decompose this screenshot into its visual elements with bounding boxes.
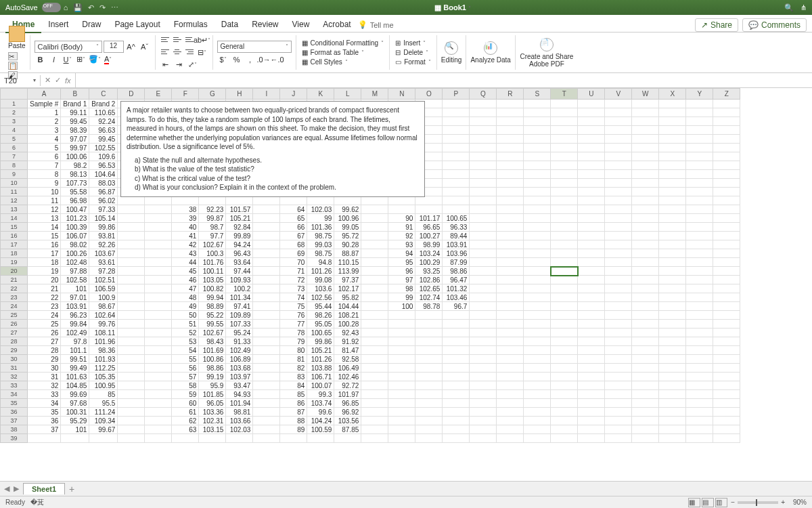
tab-review[interactable]: Review (245, 17, 285, 33)
wrap-text-button[interactable]: ab↵˅ (196, 35, 208, 46)
analyze-icon: 📊 (484, 41, 497, 55)
tab-data[interactable]: Data (215, 17, 245, 33)
increase-decimal-icon[interactable]: .0→ (258, 54, 270, 65)
tell-me[interactable]: 💡Tell me (358, 20, 394, 29)
cancel-icon[interactable]: ✕ (45, 76, 51, 85)
normal-view-icon[interactable]: ▦ (688, 498, 700, 507)
share-icon[interactable]: ⋔ (800, 3, 807, 12)
tab-view[interactable]: View (286, 17, 317, 33)
cs-icon: ▦ (302, 58, 308, 66)
currency-button[interactable]: $˅ (217, 54, 229, 65)
format-cells-button[interactable]: ▭Format˅ (394, 58, 432, 66)
formula-bar[interactable] (75, 73, 812, 87)
bold-button[interactable]: B (35, 54, 47, 65)
number-format-select[interactable]: General˅ (217, 41, 292, 53)
cut-icon[interactable]: ✂ (8, 52, 18, 60)
decrease-indent-icon[interactable]: ⇤ (160, 60, 172, 70)
font-size-select[interactable]: 12 (104, 41, 124, 53)
problem-description: A major retailer wants to choose between… (120, 101, 425, 197)
align-middle-icon[interactable] (172, 35, 183, 45)
doc-title: Book1 (443, 3, 466, 12)
name-box[interactable]: T20▾ (0, 75, 41, 86)
percent-button[interactable]: % (231, 54, 243, 65)
align-top-icon[interactable] (160, 35, 171, 45)
sheet-tab[interactable]: Sheet1 (23, 483, 65, 494)
tab-formulas[interactable]: Formulas (167, 17, 215, 33)
font-color-button[interactable]: A˅ (102, 54, 114, 65)
sheet-next-icon[interactable]: ▶ (14, 484, 19, 493)
accessibility-icon[interactable]: �萁 (30, 498, 44, 507)
zoom-out-button[interactable]: − (731, 499, 735, 506)
underline-button[interactable]: U˅ (62, 54, 74, 65)
delete-cells-button[interactable]: ⊟Delete˅ (394, 48, 432, 57)
sheet-prev-icon[interactable]: ◀ (4, 484, 9, 493)
conditional-formatting-button[interactable]: ▦Conditional Formatting˅ (300, 39, 386, 47)
font-name-select[interactable]: Calibri (Body)˅ (35, 41, 102, 53)
tab-page-layout[interactable]: Page Layout (108, 17, 166, 33)
italic-button[interactable]: I (48, 54, 60, 65)
adobe-button[interactable]: 📄Create and Share Adobe PDF (516, 35, 578, 70)
autosave-label: AutoSave (5, 3, 38, 12)
save-icon[interactable]: 💾 (73, 3, 83, 12)
merge-button[interactable]: ⊟˅ (196, 47, 208, 58)
page-break-view-icon[interactable]: ▥ (715, 498, 727, 507)
more-icon[interactable]: ⋯ (111, 3, 118, 12)
cell-styles-button[interactable]: ▦Cell Styles˅ (300, 58, 386, 66)
fill-color-button[interactable]: 🪣˅ (89, 54, 101, 65)
search-icon[interactable]: 🔍 (784, 3, 794, 12)
comment-icon: 💬 (748, 20, 759, 30)
align-center-icon[interactable] (172, 47, 183, 57)
cf-icon: ▦ (302, 39, 308, 47)
editing-group[interactable]: 🔍Editing (437, 35, 467, 70)
zoom-level[interactable]: 90% (793, 499, 807, 506)
copy-icon[interactable]: 📋 (8, 62, 18, 70)
autosave-toggle[interactable] (42, 3, 61, 12)
border-button[interactable]: ⊞˅ (75, 54, 87, 65)
analyze-button[interactable]: 📊Analyze Data (466, 35, 515, 70)
status-ready: Ready (5, 499, 25, 506)
share-button[interactable]: ↗Share (695, 18, 738, 32)
align-left-icon[interactable] (160, 47, 171, 57)
insert-icon: ⊞ (395, 39, 401, 47)
format-icon: ▭ (395, 58, 401, 66)
increase-font-icon[interactable]: A^ (125, 41, 137, 52)
fx-icon[interactable]: fx (65, 77, 71, 85)
zoom-slider[interactable] (738, 501, 778, 504)
format-as-table-button[interactable]: ▦Format as Table˅ (300, 48, 386, 57)
tab-draw[interactable]: Draw (75, 17, 108, 33)
comma-button[interactable]: , (244, 54, 256, 65)
decrease-decimal-icon[interactable]: ←.0 (271, 54, 284, 65)
bulb-icon: 💡 (358, 20, 367, 29)
decrease-font-icon[interactable]: Aˇ (139, 41, 151, 52)
redo-icon[interactable]: ↷ (99, 3, 106, 12)
excel-icon: ▦ (434, 3, 443, 12)
find-icon: 🔍 (445, 41, 458, 55)
fat-icon: ▦ (302, 49, 308, 56)
insert-cells-button[interactable]: ⊞Insert˅ (394, 39, 432, 47)
page-layout-view-icon[interactable]: ▤ (702, 498, 714, 507)
comments-button[interactable]: 💬Comments (742, 18, 807, 32)
share2-icon: ↗ (701, 20, 708, 30)
orientation-button[interactable]: ⤢˅ (187, 60, 199, 70)
increase-indent-icon[interactable]: ⇥ (173, 60, 185, 70)
home-icon[interactable]: ⌂ (64, 3, 68, 12)
align-right-icon[interactable] (184, 47, 195, 57)
zoom-in-button[interactable]: + (781, 499, 785, 506)
delete-icon: ⊟ (395, 49, 401, 56)
add-sheet-button[interactable]: + (69, 484, 74, 494)
enter-icon[interactable]: ✓ (55, 76, 61, 85)
undo-icon[interactable]: ↶ (88, 3, 94, 12)
tab-acrobat[interactable]: Acrobat (316, 17, 357, 33)
tab-insert[interactable]: Insert (41, 17, 75, 33)
pdf-icon: 📄 (540, 38, 554, 51)
paste-button[interactable]: Paste (8, 26, 26, 49)
